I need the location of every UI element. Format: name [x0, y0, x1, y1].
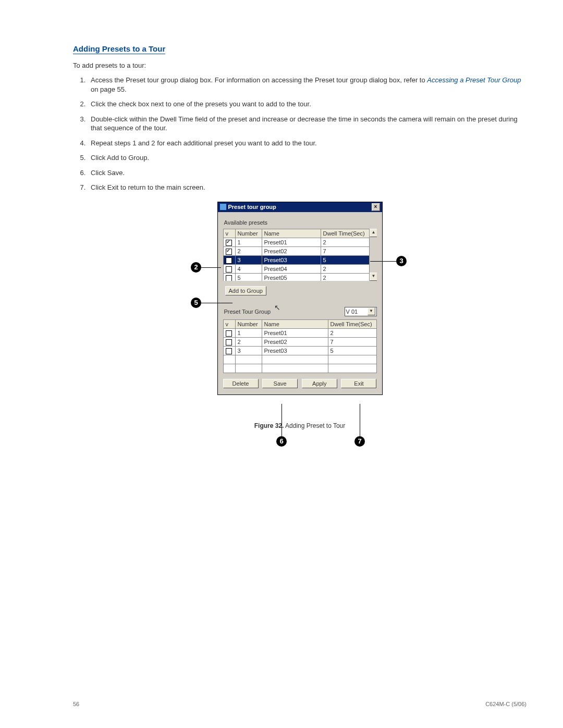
- table-row[interactable]: 2Preset027: [223, 247, 369, 256]
- figure-caption-text: Adding Preset to Tour: [284, 422, 345, 429]
- checkbox[interactable]: [226, 257, 232, 264]
- cell-number[interactable]: 3: [235, 256, 262, 265]
- scroll-up-button[interactable]: ▲: [370, 229, 377, 237]
- cell-name[interactable]: Preset01: [262, 238, 321, 246]
- section-heading: Adding Presets to a Tour: [73, 44, 165, 54]
- figure-area: 2 3 5 6 7 ↖ Preset tour group × Availabl…: [193, 202, 407, 429]
- cell-dwell[interactable]: 7: [321, 247, 369, 256]
- cell-name[interactable]: Preset05: [262, 274, 321, 281]
- cell-dwell[interactable]: 5: [328, 347, 376, 355]
- cell-number[interactable]: 5: [235, 274, 262, 281]
- checkbox[interactable]: [226, 249, 232, 255]
- tour-group-table[interactable]: v Number Name Dwell Time(Sec) 1Preset012…: [223, 319, 377, 373]
- group-header-row: v Number Name Dwell Time(Sec): [223, 319, 376, 328]
- group-table-wrap: v Number Name Dwell Time(Sec) 1Preset012…: [223, 319, 377, 372]
- doc-id: C624M-C (5/06): [485, 701, 527, 707]
- exit-button[interactable]: Exit: [341, 379, 376, 388]
- save-button[interactable]: Save: [262, 379, 298, 388]
- checkbox[interactable]: [226, 240, 232, 246]
- delete-button[interactable]: Delete: [223, 379, 259, 388]
- gcol-check-header[interactable]: v: [223, 319, 235, 328]
- table-row[interactable]: 5Preset052: [223, 274, 369, 281]
- step-2: Click the check box next to one of the p…: [88, 100, 527, 109]
- close-button[interactable]: ×: [372, 203, 380, 211]
- add-to-group-button[interactable]: Add to Group: [225, 286, 266, 295]
- cell-dwell[interactable]: 2: [321, 238, 369, 246]
- col-dwell-header[interactable]: Dwell Time(Sec): [321, 229, 369, 238]
- leader-2: [201, 267, 221, 268]
- tour-group-dropdown[interactable]: V 01 ▼: [345, 307, 377, 316]
- callout-6: 6: [276, 436, 287, 447]
- gcol-name-header[interactable]: Name: [262, 319, 328, 328]
- checkbox[interactable]: [226, 266, 232, 273]
- checkbox[interactable]: [226, 348, 232, 354]
- available-presets-table[interactable]: v Number Name Dwell Time(Sec) 1Preset012…: [223, 229, 370, 281]
- step-4: Repeat steps 1 and 2 for each additional…: [88, 139, 527, 148]
- leader-6: [282, 404, 282, 436]
- leader-5: [201, 303, 232, 303]
- table-row[interactable]: 2Preset027: [223, 338, 376, 347]
- col-check-header[interactable]: v: [223, 229, 235, 238]
- step-5: Click Add to Group.: [88, 153, 527, 163]
- cell-name[interactable]: Preset02: [262, 338, 328, 347]
- figure-label: Figure 32.: [254, 422, 284, 429]
- col-number-header[interactable]: Number: [235, 229, 262, 238]
- step-6: Click Save.: [88, 168, 527, 178]
- apply-button[interactable]: Apply: [302, 379, 337, 388]
- col-name-header[interactable]: Name: [262, 229, 321, 238]
- steps-list: Access the Preset tour group dialog box.…: [88, 76, 527, 192]
- scroll-down-button[interactable]: ▼: [370, 273, 377, 281]
- step-7: Click Exit to return to the main screen.: [88, 183, 527, 192]
- table-row[interactable]: 1Preset012: [223, 328, 376, 337]
- button-row: Delete Save Apply Exit: [223, 379, 377, 388]
- table-row[interactable]: 1Preset012: [223, 238, 369, 246]
- cell-name[interactable]: Preset04: [262, 265, 321, 274]
- cell-number[interactable]: 2: [235, 247, 262, 256]
- cell-dwell[interactable]: 2: [328, 328, 376, 337]
- figure-caption: Figure 32. Adding Preset to Tour: [193, 422, 407, 429]
- preset-tour-group-dialog: Preset tour group × Available presets ▲ …: [217, 202, 383, 395]
- tour-group-value: V 01: [346, 309, 358, 315]
- cell-number[interactable]: 3: [235, 347, 262, 355]
- table-row[interactable]: 3Preset035: [223, 347, 376, 355]
- page-number: 56: [73, 701, 79, 707]
- app-icon: [220, 204, 226, 210]
- cell-dwell[interactable]: 2: [321, 265, 369, 274]
- cell-name[interactable]: Preset02: [262, 247, 321, 256]
- cell-number[interactable]: 2: [235, 338, 262, 347]
- intro-text: To add presets to a tour:: [73, 61, 527, 69]
- checkbox[interactable]: [226, 275, 232, 281]
- cell-dwell[interactable]: 5: [321, 256, 369, 265]
- cell-number[interactable]: 1: [235, 328, 262, 337]
- table-row-empty: [223, 355, 376, 364]
- cell-name[interactable]: Preset01: [262, 328, 328, 337]
- cell-dwell[interactable]: 7: [328, 338, 376, 347]
- cell-number[interactable]: 1: [235, 238, 262, 246]
- chevron-down-icon[interactable]: ▼: [368, 307, 375, 315]
- checkbox[interactable]: [226, 339, 232, 346]
- table-row-empty: [223, 364, 376, 373]
- step-1-prefix: Access the Preset tour group dialog box.…: [91, 76, 427, 84]
- table-row[interactable]: 3Preset035: [223, 256, 369, 265]
- dialog-title: Preset tour group: [228, 204, 276, 210]
- gcol-dwell-header[interactable]: Dwell Time(Sec): [328, 319, 376, 328]
- cell-number[interactable]: 4: [235, 265, 262, 274]
- step-1-link[interactable]: Accessing a Preset Tour Group: [427, 76, 521, 84]
- available-presets-label: Available presets: [224, 219, 377, 226]
- available-header-row: v Number Name Dwell Time(Sec): [223, 229, 369, 238]
- checkbox[interactable]: [226, 330, 232, 337]
- dialog-titlebar[interactable]: Preset tour group ×: [218, 202, 382, 212]
- callout-5: 5: [191, 298, 201, 308]
- cell-dwell[interactable]: 2: [321, 274, 369, 281]
- callout-7: 7: [354, 436, 365, 447]
- cell-name[interactable]: Preset03: [262, 256, 321, 265]
- step-1: Access the Preset tour group dialog box.…: [88, 76, 527, 94]
- available-table-wrap: ▲ ▼ v Number Name Dwell Time(Sec) 1Prese…: [223, 229, 377, 281]
- gcol-number-header[interactable]: Number: [235, 319, 262, 328]
- leader-3: [370, 261, 396, 262]
- callout-2: 2: [191, 262, 201, 273]
- callout-3: 3: [396, 256, 407, 266]
- step-3: Double-click within the Dwell Time field…: [88, 115, 527, 133]
- cell-name[interactable]: Preset03: [262, 347, 328, 355]
- table-row[interactable]: 4Preset042: [223, 265, 369, 274]
